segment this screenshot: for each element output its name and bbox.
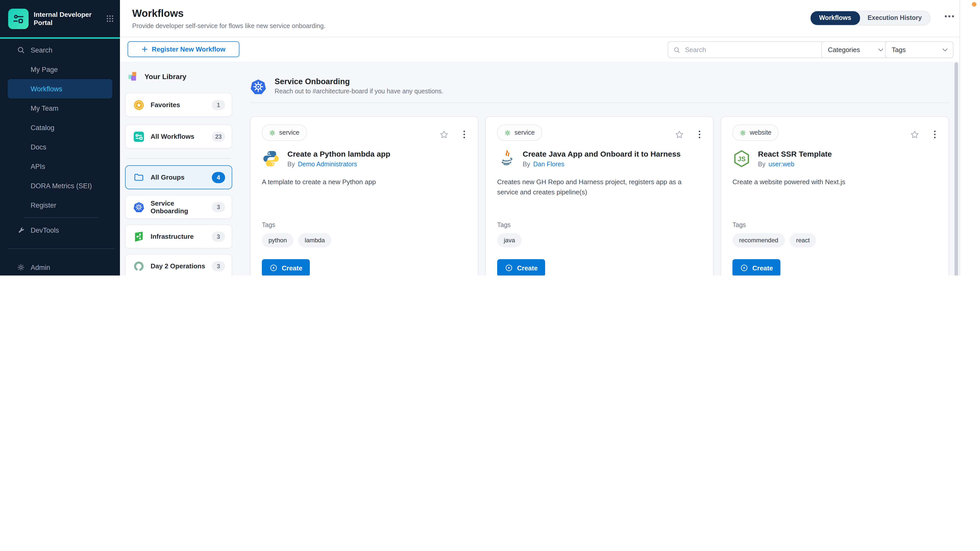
page-header: Workflows Provide developer self-service…: [120, 0, 960, 37]
sidebar-nav-primary: SearchMy PageWorkflowsMy TeamCatalogDocs…: [0, 40, 120, 215]
count-badge: 3: [212, 202, 225, 212]
sidebar-item-workflows[interactable]: Workflows: [8, 79, 112, 98]
sections: Service Onboarding Reach out to #archite…: [250, 62, 950, 275]
count-badge: 4: [212, 171, 225, 183]
tag-pill: lambda: [298, 233, 331, 248]
library-item-label: All Workflows: [151, 133, 212, 140]
sidebar-item-admin[interactable]: Admin: [8, 258, 112, 275]
tag-pill: react: [789, 233, 816, 248]
library-item-all-workflows[interactable]: All Workflows23: [125, 124, 232, 148]
sidebar-item-catalog[interactable]: Catalog: [8, 118, 112, 137]
search-box: [668, 41, 825, 58]
library-item-infrastructure[interactable]: Infrastructure3: [125, 224, 232, 248]
sidebar-item-register[interactable]: Register: [8, 195, 112, 215]
sidebar-item-label: Catalog: [30, 124, 54, 131]
card-title: Create a Python lambda app: [287, 149, 390, 159]
card-menu-button[interactable]: [697, 129, 702, 140]
sidebar-item-search[interactable]: Search: [8, 40, 112, 60]
library-item-day-2-operations[interactable]: Day 2 Operations3: [125, 254, 232, 275]
create-button[interactable]: Create: [732, 259, 781, 275]
sidebar-item-dora-metrics-sei[interactable]: DORA Metrics (SEI): [8, 176, 112, 195]
page-title: Workflows: [132, 8, 184, 19]
tag-pill: java: [497, 233, 522, 248]
sidebar-item-label: APIs: [30, 162, 45, 170]
library-item-label: Service Onboarding: [151, 199, 212, 214]
sidebar-item-my-team[interactable]: My Team: [8, 98, 112, 118]
card-title: React SSR Template: [758, 149, 832, 159]
workflow-card: service Create Java App and Onboard it t…: [485, 116, 714, 275]
author-link[interactable]: user:web: [768, 161, 794, 168]
library-item-all-groups[interactable]: All Groups4: [125, 165, 232, 189]
plus-icon: [142, 46, 148, 52]
author-link[interactable]: Dan Flores: [533, 161, 564, 168]
brand: Internal Developer Portal: [0, 0, 120, 37]
main-area: Workflows Provide developer self-service…: [120, 0, 960, 275]
sidebar-item-label: Register: [30, 201, 56, 209]
sidebar-item-devtools[interactable]: DevTools: [8, 221, 112, 240]
action-label: Create: [752, 264, 773, 272]
svg-text:JS: JS: [738, 155, 746, 162]
tab-execution-history[interactable]: Execution History: [859, 12, 930, 24]
card-title: Create Java App and Onboard it to Harnes…: [523, 149, 681, 159]
register-new-workflow-button[interactable]: Register New Workflow: [127, 41, 239, 57]
library-item-label: Infrastructure: [151, 233, 212, 240]
divider: [8, 248, 115, 249]
dropdown-label: Tags: [892, 46, 906, 54]
day2-ring-icon: [133, 260, 145, 272]
by-label: By: [758, 161, 765, 168]
register-button-label: Register New Workflow: [152, 45, 225, 53]
toolbar: Register New Workflow CategoriesTags: [120, 37, 960, 62]
by-label: By: [287, 161, 295, 168]
tab-workflows[interactable]: Workflows: [810, 11, 860, 25]
categories-dropdown[interactable]: Categories: [821, 41, 889, 58]
library-header: Your Library: [127, 70, 232, 83]
sidebar-nav-admin: Admin: [0, 258, 120, 275]
tags-dropdown[interactable]: Tags: [885, 41, 953, 58]
sidebar-item-label: Workflows: [30, 85, 62, 93]
notification-dot: [972, 2, 977, 6]
create-button[interactable]: Create: [262, 259, 310, 275]
kubernetes-icon: [133, 201, 145, 213]
library-item-favorites[interactable]: Favorites1: [125, 93, 232, 117]
tags-label: Tags: [732, 221, 746, 229]
apps-grid-icon[interactable]: [106, 15, 114, 22]
play-circle-icon: [505, 264, 513, 272]
scrollbar-thumb[interactable]: [955, 62, 958, 275]
sidebar-item-apis[interactable]: APIs: [8, 157, 112, 176]
library-item-label: All Groups: [151, 173, 212, 181]
section-header: Service Onboarding Reach out to #archite…: [250, 76, 950, 96]
section-title: Service Onboarding: [275, 76, 444, 86]
sidebar: Internal Developer Portal SearchMy PageW…: [0, 0, 120, 275]
tag-pill: python: [262, 233, 293, 248]
card-menu-button[interactable]: [932, 129, 937, 140]
brand-accent-line: [0, 37, 120, 39]
favorite-star-button[interactable]: [674, 130, 684, 142]
favorite-star-button[interactable]: [910, 130, 920, 142]
right-rail: [959, 0, 980, 275]
gear-icon: [16, 263, 25, 272]
tags-label: Tags: [497, 221, 511, 229]
overflow-menu-button[interactable]: [945, 15, 954, 17]
library-item-service-onboarding[interactable]: Service Onboarding3: [125, 195, 232, 219]
sidebar-item-label: My Page: [30, 65, 58, 73]
card-description: A template to create a new Python app: [262, 177, 465, 187]
sidebar-item-label: Search: [30, 46, 52, 54]
play-circle-icon: [740, 264, 748, 272]
card-menu-button[interactable]: [462, 129, 466, 140]
chevron-down-icon: [942, 48, 948, 52]
kubernetes-icon: [250, 78, 266, 96]
create-button[interactable]: Create: [497, 259, 546, 275]
favorites-coin-icon: [133, 99, 145, 110]
sidebar-item-label: Admin: [30, 264, 50, 271]
library-items: Favorites1All Workflows23All Groups4Serv…: [125, 93, 232, 275]
sidebar-item-label: DORA Metrics (SEI): [30, 182, 92, 189]
tags-label: Tags: [262, 221, 275, 229]
author-link[interactable]: Demo Administrators: [298, 161, 357, 168]
sidebar-item-docs[interactable]: Docs: [8, 137, 112, 157]
page-subtitle: Provide developer self-service for flows…: [132, 22, 325, 30]
search-input[interactable]: [684, 45, 824, 54]
favorite-star-button[interactable]: [439, 130, 449, 142]
search-icon: [16, 46, 25, 54]
gear-chip-icon: [740, 129, 746, 136]
sidebar-item-my-page[interactable]: My Page: [8, 60, 112, 79]
